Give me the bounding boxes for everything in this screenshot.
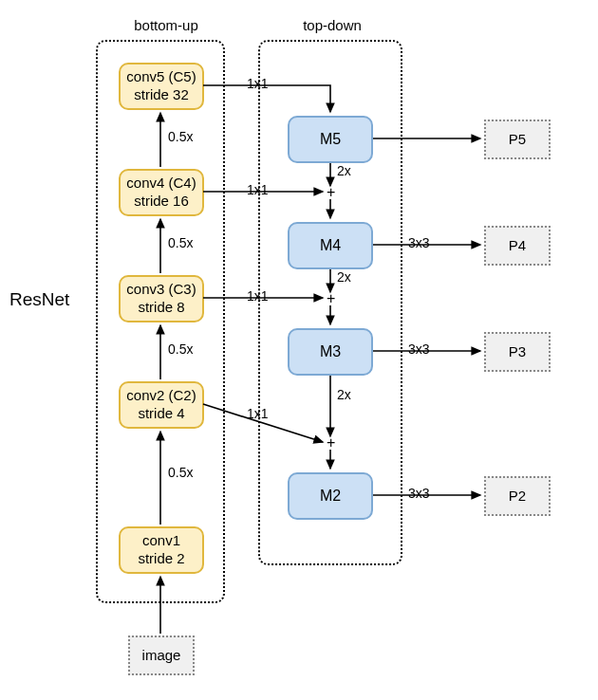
- conv4-block: conv4 (C4) stride 16: [119, 169, 204, 216]
- edge-1x1-c2: 1x1: [247, 406, 269, 421]
- p4-block: P4: [484, 226, 551, 266]
- header-top-down: top-down: [275, 17, 389, 33]
- plus-m3: +: [327, 290, 335, 307]
- conv2-line2: stride 4: [138, 405, 184, 423]
- conv2-block: conv2 (C2) stride 4: [119, 381, 204, 429]
- conv5-block: conv5 (C5) stride 32: [119, 63, 204, 110]
- edge-1x1-c3: 1x1: [247, 288, 269, 304]
- conv3-line2: stride 8: [138, 299, 184, 317]
- resnet-label: ResNet: [9, 289, 69, 310]
- p2-label: P2: [509, 488, 526, 506]
- header-bottom-up: bottom-up: [109, 17, 223, 33]
- m4-label: M4: [320, 236, 341, 255]
- edge-1x1-c5: 1x1: [247, 76, 269, 91]
- image-label: image: [142, 647, 181, 665]
- m2-block: M2: [288, 472, 373, 520]
- edge-2x-1: 2x: [337, 163, 351, 178]
- conv2-line1: conv2 (C2): [126, 387, 196, 405]
- m3-label: M3: [320, 342, 341, 361]
- edge-1x1-c4: 1x1: [247, 182, 269, 197]
- conv3-line1: conv3 (C3): [126, 281, 196, 299]
- edge-0-5x-1: 0.5x: [168, 465, 193, 480]
- m5-label: M5: [320, 130, 341, 149]
- m2-label: M2: [320, 487, 341, 506]
- conv4-line2: stride 16: [134, 193, 189, 211]
- image-input: image: [128, 636, 195, 675]
- edge-0-5x-2: 0.5x: [168, 341, 193, 357]
- conv5-line1: conv5 (C5): [126, 68, 196, 86]
- edge-3x3-p2: 3x3: [408, 486, 430, 501]
- conv1-block: conv1 stride 2: [119, 526, 204, 574]
- conv1-line1: conv1: [142, 532, 180, 550]
- p2-block: P2: [484, 476, 551, 516]
- edge-0-5x-4: 0.5x: [168, 129, 193, 144]
- edge-2x-2: 2x: [337, 269, 351, 285]
- m5-block: M5: [288, 116, 373, 163]
- edge-3x3-p3: 3x3: [408, 341, 430, 357]
- conv3-block: conv3 (C3) stride 8: [119, 275, 204, 322]
- m4-block: M4: [288, 222, 373, 269]
- p3-block: P3: [484, 332, 551, 372]
- conv1-line2: stride 2: [138, 550, 184, 568]
- edge-3x3-p4: 3x3: [408, 235, 430, 250]
- m3-block: M3: [288, 328, 373, 376]
- plus-m2: +: [327, 434, 335, 451]
- conv4-line1: conv4 (C4): [126, 175, 196, 193]
- edge-0-5x-3: 0.5x: [168, 235, 193, 250]
- conv5-line2: stride 32: [134, 86, 189, 104]
- p4-label: P4: [509, 237, 526, 255]
- p5-label: P5: [509, 131, 526, 149]
- p5-block: P5: [484, 120, 551, 159]
- edge-2x-3: 2x: [337, 387, 351, 402]
- p3-label: P3: [509, 343, 526, 361]
- plus-m4: +: [327, 184, 335, 201]
